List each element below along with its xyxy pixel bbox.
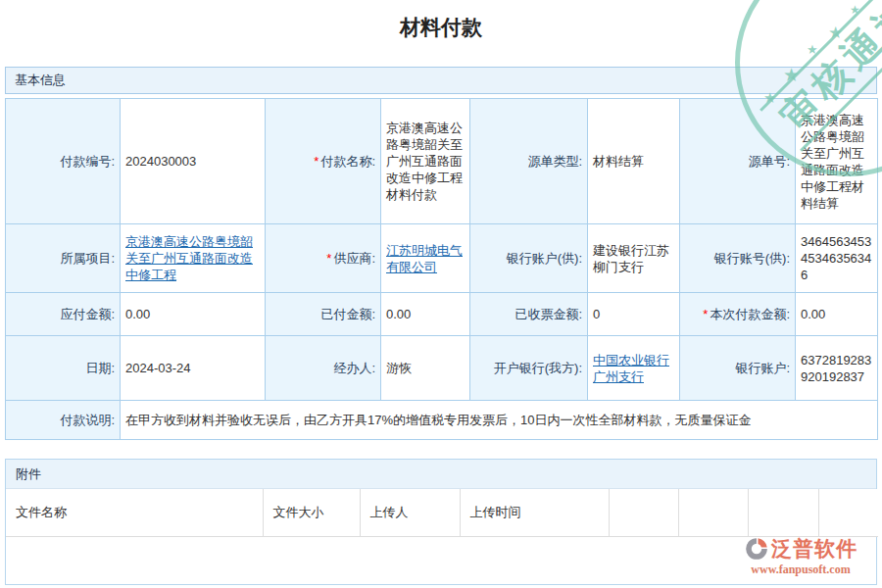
file-size-column-header: 文件大小 xyxy=(263,489,360,537)
supplier-label: *供应商: xyxy=(266,224,381,293)
our-account-value: 6372819283920192837 xyxy=(796,336,878,401)
table-row: 付款说明: 在甲方收到材料并验收无误后，由乙方开具17%的增值税专用发票后，10… xyxy=(6,401,878,440)
required-marker: * xyxy=(703,307,708,321)
date-label: 日期: xyxy=(6,336,121,401)
fanpu-logo-icon xyxy=(744,536,769,562)
our-bank-value: 中国农业银行广州支行 xyxy=(588,336,680,401)
handler-value: 游恢 xyxy=(381,336,470,401)
fanpu-logo-url: www.fanpusoft.com xyxy=(723,563,878,577)
table-row: 付款编号: 2024030003 *付款名称: 京港澳高速公路粤境韶关至广州互通… xyxy=(6,99,878,224)
fanpu-logo-text: 泛普软件 xyxy=(771,535,858,563)
our-bank-label: 开户银行(我方): xyxy=(470,336,588,401)
table-row: 所属项目: 京港澳高速公路粤境韶关至广州互通路面改造中修工程 *供应商: 江苏明… xyxy=(6,224,878,293)
our-account-label: 银行账户: xyxy=(680,336,796,401)
payment-no-label: 付款编号: xyxy=(6,99,121,224)
remark-label: 付款说明: xyxy=(6,401,121,440)
fanpu-logo: 泛普软件 www.fanpusoft.com xyxy=(723,535,878,577)
payable-value: 0.00 xyxy=(121,293,266,336)
attachments-header-row: 文件名称 文件大小 上传人 上传时间 xyxy=(6,489,878,537)
empty-column-header xyxy=(818,489,878,537)
required-marker: * xyxy=(326,251,331,266)
supplier-bank-label: 银行账户(供): xyxy=(470,224,588,293)
supplier-value: 江苏明城电气有限公司 xyxy=(381,224,470,293)
supplier-link[interactable]: 江苏明城电气有限公司 xyxy=(386,243,463,274)
supplier-bank-value: 建设银行江苏柳门支行 xyxy=(588,224,680,293)
attachments-section-header: 附件 xyxy=(6,460,876,489)
source-type-label: 源单类型: xyxy=(470,99,588,224)
remark-value: 在甲方收到材料并验收无误后，由乙方开具17%的增值税专用发票后，10日内一次性全… xyxy=(121,401,878,440)
paid-value: 0.00 xyxy=(381,293,470,336)
uploader-column-header: 上传人 xyxy=(360,489,460,537)
project-link[interactable]: 京港澳高速公路粤境韶关至广州互通路面改造中修工程 xyxy=(125,234,253,282)
invoiced-value: 0 xyxy=(588,293,680,336)
payment-no-value: 2024030003 xyxy=(121,99,266,224)
attachments-table: 文件名称 文件大小 上传人 上传时间 xyxy=(6,489,878,537)
date-value: 2024-03-24 xyxy=(121,336,266,401)
current-payment-value: 0.00 xyxy=(796,293,878,336)
empty-column-header xyxy=(748,489,818,537)
handler-label: 经办人: xyxy=(266,336,381,401)
upload-time-column-header: 上传时间 xyxy=(460,489,609,537)
payment-name-value: 京港澳高速公路粤境韶关至广州互通路面改造中修工程材料付款 xyxy=(381,99,470,224)
source-type-value: 材料结算 xyxy=(588,99,680,224)
supplier-account-value: 346456345345346356346 xyxy=(796,224,878,293)
file-name-column-header: 文件名称 xyxy=(6,489,263,537)
stamp-text: 审核通过 xyxy=(760,0,882,152)
table-row: 应付金额: 0.00 已付金额: 0.00 已收票金额: 0 *本次付款金额: … xyxy=(6,293,878,336)
our-bank-link[interactable]: 中国农业银行广州支行 xyxy=(593,353,669,384)
table-row: 日期: 2024-03-24 经办人: 游恢 开户银行(我方): 中国农业银行广… xyxy=(6,336,878,401)
project-label: 所属项目: xyxy=(6,224,121,293)
supplier-account-label: 银行账号(供): xyxy=(680,224,796,293)
project-value: 京港澳高速公路粤境韶关至广州互通路面改造中修工程 xyxy=(121,224,266,293)
empty-column-header xyxy=(609,489,678,537)
required-marker: * xyxy=(314,154,318,169)
basic-info-table: 付款编号: 2024030003 *付款名称: 京港澳高速公路粤境韶关至广州互通… xyxy=(5,98,878,440)
current-payment-label: *本次付款金额: xyxy=(680,293,796,336)
invoiced-label: 已收票金额: xyxy=(470,293,588,336)
payable-label: 应付金额: xyxy=(6,293,121,336)
empty-column-header xyxy=(678,489,748,537)
payment-name-label: *付款名称: xyxy=(266,99,381,224)
paid-label: 已付金额: xyxy=(266,293,381,336)
